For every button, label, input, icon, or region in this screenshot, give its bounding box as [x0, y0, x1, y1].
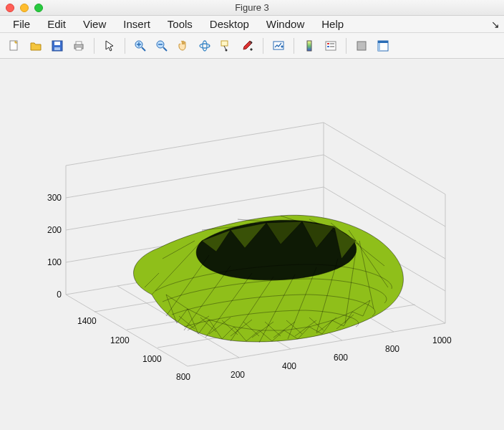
- x-tick-1200: 1200: [110, 335, 130, 345]
- zoom-out-icon: [155, 39, 168, 52]
- hide-plot-tools-button[interactable]: [352, 36, 372, 56]
- svg-rect-16: [327, 43, 329, 44]
- save-icon: [51, 39, 64, 52]
- toolbar: [0, 33, 504, 59]
- toolbar-separator: [125, 38, 125, 54]
- insert-legend-icon: [324, 39, 337, 52]
- x-tick-1400: 1400: [77, 316, 97, 326]
- menu-insert[interactable]: Insert: [115, 16, 159, 32]
- toolbar-separator: [346, 38, 346, 54]
- menu-tools[interactable]: Tools: [159, 16, 201, 32]
- insert-legend-button[interactable]: [321, 36, 341, 56]
- y-tick-600: 600: [334, 353, 348, 363]
- save-button[interactable]: [47, 36, 67, 56]
- z-tick-0: 0: [44, 290, 62, 300]
- pan-icon: [177, 39, 190, 52]
- y-tick-200: 200: [231, 370, 245, 380]
- svg-rect-5: [76, 42, 82, 44]
- axes-3d[interactable]: 0 100 200 300 1400 1200 1000 800 200 400…: [23, 80, 481, 409]
- hide-plot-tools-icon: [355, 39, 368, 52]
- svg-point-10: [203, 41, 207, 51]
- data-cursor-icon: [220, 39, 233, 52]
- menu-overflow-icon[interactable]: ↘: [491, 19, 500, 30]
- window-title: Figure 3: [0, 2, 504, 13]
- print-button[interactable]: [69, 36, 89, 56]
- menu-bar: File Edit View Insert Tools Desktop Wind…: [0, 16, 504, 33]
- svg-rect-21: [378, 43, 380, 51]
- open-file-icon: [29, 39, 42, 52]
- show-plot-tools-button[interactable]: [373, 36, 393, 56]
- pointer-button[interactable]: [100, 36, 120, 56]
- zoom-out-button[interactable]: [152, 36, 172, 56]
- zoom-in-icon: [134, 39, 147, 52]
- menu-desktop[interactable]: Desktop: [201, 16, 258, 32]
- svg-rect-3: [54, 47, 60, 50]
- brush-icon: [241, 39, 254, 52]
- new-figure-button[interactable]: [4, 36, 24, 56]
- rotate-3d-icon: [198, 39, 211, 52]
- show-plot-tools-icon: [377, 39, 389, 52]
- axes-3d-canvas: [23, 80, 481, 409]
- x-tick-1000: 1000: [142, 354, 162, 364]
- menu-view[interactable]: View: [74, 16, 115, 32]
- toolbar-separator: [263, 38, 263, 54]
- link-plot-button[interactable]: [268, 36, 289, 56]
- svg-rect-6: [76, 47, 82, 50]
- pointer-icon: [103, 39, 116, 52]
- menu-help[interactable]: Help: [313, 16, 352, 32]
- svg-rect-20: [378, 41, 388, 43]
- z-tick-300: 300: [40, 193, 62, 203]
- zoom-in-button[interactable]: [130, 36, 150, 56]
- link-plot-icon: [272, 39, 285, 52]
- insert-colorbar-icon: [303, 39, 316, 52]
- svg-rect-11: [221, 41, 228, 46]
- svg-rect-14: [307, 41, 311, 51]
- brush-button[interactable]: [238, 36, 258, 56]
- x-tick-800: 800: [176, 372, 190, 382]
- data-cursor-button[interactable]: [216, 36, 236, 56]
- menu-file[interactable]: File: [4, 16, 39, 32]
- surface-mesh: [134, 215, 404, 343]
- svg-rect-17: [327, 46, 329, 47]
- figure-area[interactable]: 0 100 200 300 1400 1200 1000 800 200 400…: [0, 59, 504, 430]
- z-tick-100: 100: [40, 257, 62, 267]
- y-tick-800: 800: [385, 344, 399, 354]
- print-icon: [72, 39, 85, 52]
- insert-colorbar-button[interactable]: [299, 36, 319, 56]
- svg-point-9: [200, 44, 210, 48]
- svg-point-12: [226, 49, 228, 51]
- rotate-3d-button[interactable]: [195, 36, 215, 56]
- window-title-bar: Figure 3: [0, 0, 504, 16]
- y-tick-400: 400: [282, 361, 296, 371]
- y-tick-1000: 1000: [432, 335, 452, 345]
- open-file-button[interactable]: [26, 36, 46, 56]
- svg-rect-2: [54, 42, 60, 45]
- toolbar-separator: [94, 38, 94, 54]
- menu-window[interactable]: Window: [258, 16, 313, 32]
- svg-rect-18: [357, 42, 366, 50]
- new-figure-icon: [8, 39, 21, 52]
- toolbar-separator: [294, 38, 294, 54]
- menu-edit[interactable]: Edit: [39, 16, 74, 32]
- z-tick-200: 200: [40, 225, 62, 235]
- pan-button[interactable]: [173, 36, 193, 56]
